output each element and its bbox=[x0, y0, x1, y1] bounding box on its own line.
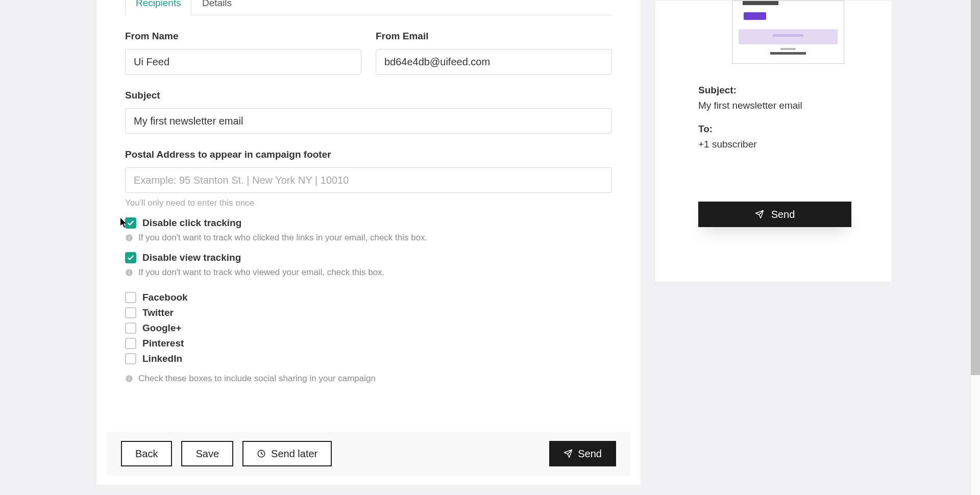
email-preview-thumbnail[interactable] bbox=[732, 1, 844, 64]
svg-rect-8 bbox=[129, 377, 129, 377]
postal-helper: You'll only need to enter this once bbox=[125, 198, 612, 208]
disable-view-label: Disable view tracking bbox=[142, 252, 241, 263]
disable-view-help: If you don't want to track who viewed yo… bbox=[138, 267, 384, 278]
form-tabs: Recipients Details bbox=[125, 0, 612, 15]
summary-send-button[interactable]: Send bbox=[698, 202, 851, 227]
form-footer: Back Save Send later Send bbox=[107, 432, 630, 476]
info-icon bbox=[125, 375, 133, 383]
summary-to-value: +1 subscriber bbox=[698, 139, 871, 150]
summary-send-label: Send bbox=[771, 209, 795, 220]
svg-rect-5 bbox=[129, 270, 129, 271]
twitter-checkbox[interactable] bbox=[125, 307, 136, 318]
social-helper: Check these boxes to include social shar… bbox=[138, 374, 376, 384]
facebook-label: Facebook bbox=[142, 292, 188, 303]
postal-input[interactable] bbox=[125, 167, 612, 193]
clock-icon bbox=[257, 449, 266, 458]
from-email-label: From Email bbox=[376, 31, 612, 42]
send-later-label: Send later bbox=[271, 448, 317, 460]
from-email-input[interactable] bbox=[376, 49, 612, 75]
googleplus-label: Google+ bbox=[142, 323, 182, 334]
campaign-form-card: Recipients Details From Name From Email … bbox=[96, 0, 641, 485]
save-button[interactable]: Save bbox=[181, 441, 233, 466]
from-name-label: From Name bbox=[125, 31, 361, 42]
send-label: Send bbox=[578, 448, 602, 460]
summary-subject-label: Subject: bbox=[698, 85, 871, 96]
disable-click-help: If you don't want to track who clicked t… bbox=[138, 233, 427, 243]
disable-click-checkbox[interactable] bbox=[125, 217, 136, 229]
tab-details[interactable]: Details bbox=[191, 0, 242, 15]
paper-plane-icon bbox=[564, 449, 573, 458]
summary-subject-value: My first newsletter email bbox=[698, 100, 871, 111]
svg-rect-2 bbox=[129, 236, 129, 236]
subject-input[interactable] bbox=[125, 108, 612, 134]
subject-label: Subject bbox=[125, 90, 612, 101]
paper-plane-icon bbox=[755, 210, 764, 219]
summary-to-label: To: bbox=[698, 123, 871, 135]
back-button[interactable]: Back bbox=[121, 441, 172, 466]
facebook-checkbox[interactable] bbox=[125, 292, 136, 303]
svg-rect-1 bbox=[129, 237, 129, 240]
send-later-button[interactable]: Send later bbox=[242, 441, 332, 466]
pinterest-label: Pinterest bbox=[142, 338, 184, 349]
from-name-input[interactable] bbox=[125, 49, 361, 75]
disable-view-checkbox[interactable] bbox=[125, 252, 136, 263]
svg-rect-7 bbox=[129, 378, 129, 381]
disable-click-label: Disable click tracking bbox=[142, 217, 241, 229]
vertical-scrollbar[interactable] bbox=[971, 0, 980, 375]
info-icon bbox=[125, 234, 133, 242]
campaign-summary-card: Subject: My first newsletter email To: +… bbox=[655, 0, 892, 282]
svg-rect-4 bbox=[129, 272, 129, 275]
tab-recipients[interactable]: Recipients bbox=[125, 0, 191, 15]
linkedin-label: LinkedIn bbox=[142, 353, 182, 364]
send-button[interactable]: Send bbox=[549, 441, 616, 466]
twitter-label: Twitter bbox=[142, 307, 174, 318]
googleplus-checkbox[interactable] bbox=[125, 323, 136, 334]
postal-label: Postal Address to appear in campaign foo… bbox=[125, 149, 612, 160]
pinterest-checkbox[interactable] bbox=[125, 338, 136, 349]
linkedin-checkbox[interactable] bbox=[125, 353, 136, 364]
info-icon bbox=[125, 268, 133, 277]
